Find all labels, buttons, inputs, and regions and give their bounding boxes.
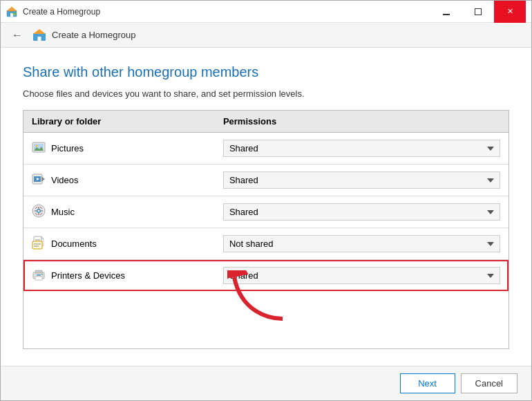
col-library: Library or folder [23,111,215,133]
svg-rect-7 [38,37,41,41]
footer: Next Cancel [1,366,531,400]
title-bar: + Create a Homegroup ✕ [1,1,531,23]
permission-cell-videos: SharedNot sharedRead/Write [215,165,509,196]
svg-marker-6 [33,29,46,34]
permission-select-pictures[interactable]: SharedNot sharedRead/Write [223,140,500,157]
svg-rect-30 [35,277,42,280]
window: + Create a Homegroup ✕ ← Create a Homegr… [0,0,532,401]
col-permissions: Permissions [215,111,509,133]
svg-rect-2 [10,13,13,17]
permission-cell-music: SharedNot sharedRead/Write [215,196,509,228]
permission-cell-documents: SharedNot sharedRead/Write [215,228,509,260]
permission-select-documents[interactable]: SharedNot sharedRead/Write [223,235,500,252]
svg-marker-13 [41,176,45,182]
maximize-button[interactable] [462,1,494,23]
content: Share with other homegroup members Choos… [1,48,531,366]
homegroup-icon: + [6,6,17,17]
permission-cell-printers: SharedNot sharedRead/Write [215,260,509,292]
svg-marker-1 [7,7,17,11]
svg-rect-25 [32,241,42,249]
minimize-button[interactable] [430,1,462,23]
documents-label: Documents [51,239,97,249]
music-label: Music [51,207,75,217]
page-description: Choose files and devices you want to sha… [23,88,509,99]
back-icon: ← [12,29,23,41]
videos-icon [32,172,46,188]
svg-point-18 [38,210,40,212]
folder-cell-pictures: Pictures [23,133,215,165]
close-button[interactable]: ✕ [494,1,526,23]
title-bar-left: + Create a Homegroup [6,6,100,17]
nav-bar: ← Create a Homegroup [1,23,531,48]
table-row: Videos SharedNot sharedRead/Write [23,165,509,196]
folder-cell-videos: Videos [23,165,215,196]
documents-icon [32,236,46,252]
permission-select-music[interactable]: SharedNot sharedRead/Write [223,203,500,221]
close-icon: ✕ [507,7,513,16]
next-button[interactable]: Next [400,373,455,393]
svg-rect-29 [35,270,42,273]
pictures-label: Pictures [51,143,84,153]
cancel-button[interactable]: Cancel [461,373,517,393]
permissions-table: Library or folder Permissions Pictures S… [23,111,509,291]
table-row: Documents SharedNot sharedRead/Write [23,228,509,260]
pictures-icon [32,140,46,156]
svg-point-10 [36,145,38,147]
printers-label: Printers & Devices [51,270,125,281]
folder-cell-documents: Documents [23,228,215,260]
homegroup-nav-icon [32,28,46,42]
music-icon [32,204,46,220]
permission-cell-pictures: SharedNot sharedRead/Write [215,133,509,165]
nav-title: Create a Homegroup [52,30,135,40]
table-header-row: Library or folder Permissions [23,111,509,133]
svg-point-32 [41,274,43,275]
table-row: Printers & Devices SharedNot sharedRead/… [23,260,509,292]
window-title: Create a Homegroup [23,7,100,17]
back-button[interactable]: ← [8,26,27,45]
svg-marker-20 [41,236,44,239]
permission-select-videos[interactable]: SharedNot sharedRead/Write [223,171,500,189]
videos-label: Videos [51,175,79,185]
svg-rect-31 [37,274,41,276]
table-container: Library or folder Permissions Pictures S… [23,110,509,349]
permission-select-printers[interactable]: SharedNot sharedRead/Write [223,267,500,284]
svg-text:+: + [14,12,15,15]
table-row: Music SharedNot sharedRead/Write [23,196,509,228]
table-row: Pictures SharedNot sharedRead/Write [23,133,509,165]
title-bar-controls: ✕ [430,1,526,23]
folder-cell-printers: Printers & Devices [23,260,215,292]
folder-cell-music: Music [23,196,215,228]
printers-icon [32,268,46,283]
page-heading: Share with other homegroup members [23,64,509,80]
